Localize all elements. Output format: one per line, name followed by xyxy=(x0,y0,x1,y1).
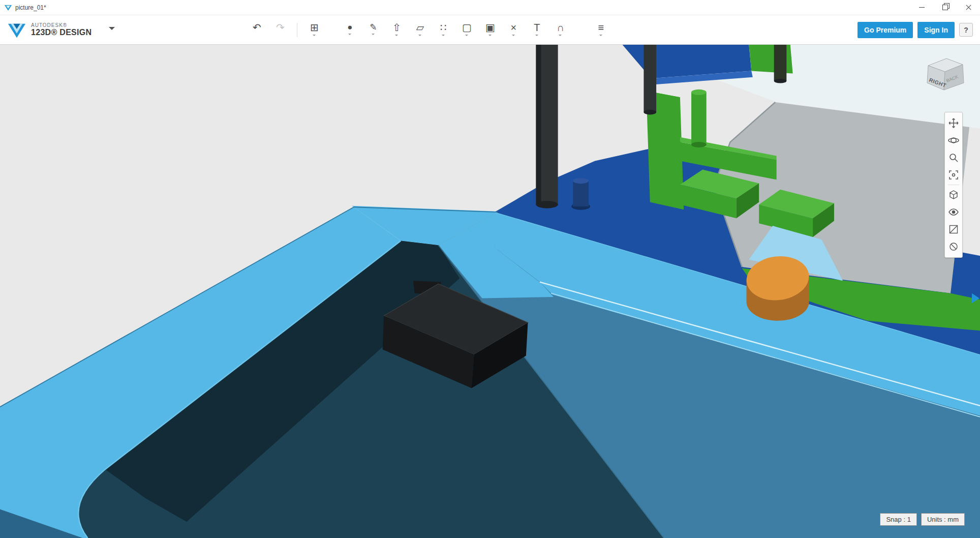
extrude-icon: ⇧ xyxy=(392,22,401,33)
window-controls xyxy=(910,0,980,15)
close-button[interactable] xyxy=(957,0,980,15)
standoff-post-base xyxy=(774,79,787,83)
pan-tool[interactable] xyxy=(946,114,961,132)
delete-cross-icon: × xyxy=(511,22,517,33)
zoom-magnifier-icon xyxy=(947,152,960,164)
undo-icon: ↶ xyxy=(253,22,261,33)
tool-sketch[interactable]: ✎ xyxy=(361,19,385,41)
material-layers-icon: ≡ xyxy=(598,22,604,33)
tool-primitives[interactable]: ⊞ xyxy=(302,19,326,41)
tool-material[interactable]: ≡ xyxy=(589,19,612,41)
tool-text[interactable]: T xyxy=(525,19,548,41)
transform-icon: ▱ xyxy=(416,22,424,33)
tool-icons-row: ↶ ↷ ⊞ ● ✎ ⇧ ▱ ∷ ▢ ▣ × T ∩ ≡ xyxy=(245,19,612,41)
app-logo-icon xyxy=(7,20,26,40)
pattern-grid-icon: ∷ xyxy=(440,22,447,33)
toolbar-separator xyxy=(297,23,297,37)
green-post-body[interactable] xyxy=(691,92,707,144)
combine-cube-icon: ▣ xyxy=(485,22,495,33)
brand-product: 123D® DESIGN xyxy=(31,28,91,37)
title-bar: picture_01* xyxy=(0,0,980,15)
close-icon xyxy=(965,4,972,11)
sketch-pencil-icon: ✎ xyxy=(370,23,377,32)
chevron-down-icon xyxy=(109,27,115,33)
shaft-rod-large-base xyxy=(536,201,558,208)
help-button[interactable]: ? xyxy=(959,23,973,37)
shaded-cube-icon xyxy=(947,189,960,201)
text-tool-icon: T xyxy=(534,22,540,33)
restore-button[interactable] xyxy=(933,0,957,15)
hide-sketches-tool[interactable] xyxy=(946,221,961,238)
units-setting[interactable]: Units : mm xyxy=(921,513,965,526)
window-title: picture_01* xyxy=(15,4,46,11)
green-post-top xyxy=(691,89,707,95)
sign-in-button[interactable]: Sign In xyxy=(917,22,955,38)
shaft-rod-large-shade xyxy=(536,45,541,204)
sphere-icon: ● xyxy=(347,23,352,32)
redo-icon: ↷ xyxy=(276,22,285,33)
navstrip-divider xyxy=(948,185,959,185)
fit-view-tool[interactable] xyxy=(946,166,961,184)
visibility-tool[interactable] xyxy=(946,203,961,221)
standoff-post[interactable] xyxy=(774,45,787,81)
hide-sketches-icon xyxy=(947,223,960,235)
tool-snap[interactable]: ∩ xyxy=(548,19,572,41)
viewport[interactable]: RIGHT BACK xyxy=(0,45,980,538)
navy-post-body[interactable] xyxy=(573,181,589,206)
snap-magnet-icon: ∩ xyxy=(557,22,564,33)
fit-view-icon xyxy=(947,169,960,181)
brand-text: AUTODESK® 123D® DESIGN xyxy=(31,22,91,38)
status-bar: Snap : 1 Units : mm xyxy=(880,513,965,526)
navy-post-top xyxy=(573,178,589,184)
orbit-icon xyxy=(947,134,960,146)
material-view-tool[interactable] xyxy=(946,238,961,255)
account-actions: Go Premium Sign In ? xyxy=(858,22,973,38)
app-menu-chevron[interactable] xyxy=(106,24,118,36)
shaft-rod-small-base xyxy=(644,110,656,115)
green-post-base xyxy=(691,142,707,147)
tool-undo[interactable]: ↶ xyxy=(245,19,268,41)
tool-transform[interactable]: ▱ xyxy=(408,19,432,41)
minimize-icon xyxy=(919,7,925,8)
3d-scene[interactable] xyxy=(0,45,980,538)
grouping-icon: ▢ xyxy=(462,22,472,33)
primitives-icon: ⊞ xyxy=(310,22,319,33)
shaft-rod-small[interactable] xyxy=(644,45,656,112)
tool-grouping[interactable]: ▢ xyxy=(455,19,478,41)
go-premium-button[interactable]: Go Premium xyxy=(858,22,913,38)
brand-block: AUTODESK® 123D® DESIGN xyxy=(7,20,91,40)
main-toolbar: AUTODESK® 123D® DESIGN ↶ ↷ ⊞ ● ✎ ⇧ ▱ ∷ ▢… xyxy=(0,15,980,45)
snap-setting[interactable]: Snap : 1 xyxy=(880,513,916,526)
material-sphere-icon xyxy=(947,241,960,253)
app-icon xyxy=(4,4,12,12)
navigation-toolbar xyxy=(944,112,963,258)
tool-redo[interactable]: ↷ xyxy=(268,19,292,41)
orbit-tool[interactable] xyxy=(946,132,961,149)
tool-pattern[interactable]: ∷ xyxy=(432,19,455,41)
zoom-tool[interactable] xyxy=(946,149,961,166)
tool-combine[interactable]: ▣ xyxy=(478,19,502,41)
tool-delete[interactable]: × xyxy=(502,19,525,41)
restore-icon xyxy=(942,5,948,10)
eye-icon xyxy=(947,206,960,218)
tool-sphere[interactable]: ● xyxy=(338,19,361,41)
view-mode-tool[interactable] xyxy=(946,186,961,203)
pan-icon xyxy=(947,117,960,129)
tool-extrude[interactable]: ⇧ xyxy=(385,19,408,41)
view-cube[interactable]: RIGHT BACK xyxy=(923,52,967,96)
brand-autodesk: AUTODESK® xyxy=(31,22,91,28)
minimize-button[interactable] xyxy=(910,0,933,15)
